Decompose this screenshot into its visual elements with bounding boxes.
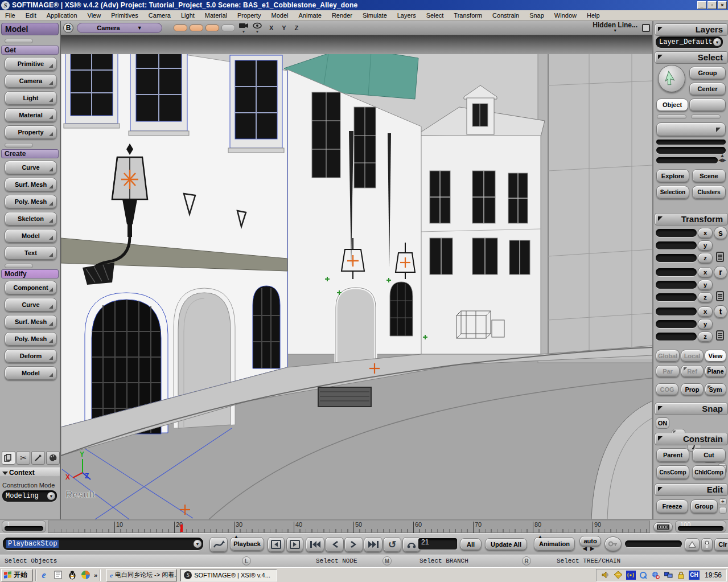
timeline-ruler[interactable]: 102030405060708090 bbox=[48, 520, 650, 533]
context-section-header[interactable]: Context bbox=[0, 468, 60, 477]
module-selector[interactable]: Model bbox=[1, 23, 59, 35]
script-command-field[interactable]: PlaybackStop ▼ bbox=[3, 538, 203, 550]
start-button[interactable]: 开始 bbox=[1, 569, 33, 581]
rotate-x-slider[interactable] bbox=[656, 268, 697, 276]
media-player-icon[interactable] bbox=[81, 571, 90, 579]
go-to-start-button[interactable] bbox=[306, 537, 324, 552]
playback-panel-button[interactable]: ▲Playback bbox=[230, 537, 264, 551]
scale-mode-button[interactable]: s bbox=[714, 227, 727, 239]
camera-viewport[interactable]: B Camera▼ ▼ ▼ X Y Z Hidden Line... ▼ bbox=[61, 21, 652, 519]
rotate-z-button[interactable]: z bbox=[698, 292, 713, 302]
section-create[interactable]: Create bbox=[1, 149, 59, 158]
interaction-curve-icon[interactable] bbox=[209, 537, 228, 552]
modify-poly-mesh-button[interactable]: Poly. Mesh bbox=[5, 332, 57, 346]
viewport-canvas[interactable]: Y X Z Result bbox=[61, 35, 652, 519]
eye-visibility-icon[interactable]: ▼ bbox=[252, 22, 262, 34]
constrain-cnscomp-button[interactable]: CnsComp bbox=[656, 465, 689, 479]
menu-camera[interactable]: Camera bbox=[143, 11, 176, 20]
edit-freeze-button[interactable]: Freeze bbox=[656, 499, 688, 513]
menu-animate[interactable]: Animate bbox=[294, 11, 327, 20]
network-icon[interactable] bbox=[664, 571, 673, 580]
scale-x-button[interactable]: x bbox=[698, 228, 713, 238]
selection-text-field[interactable] bbox=[656, 147, 726, 154]
create-skeleton-button[interactable]: Skeleton bbox=[5, 212, 57, 226]
clr-button[interactable]: Clr bbox=[714, 538, 728, 551]
selection-spin-field[interactable] bbox=[656, 157, 718, 163]
task-browser-window[interactable]: e 电白同乡论坛 -> 闲着... bbox=[106, 569, 177, 581]
auto-key-button[interactable]: auto ◀▶ bbox=[579, 536, 601, 546]
camera-icon[interactable]: ▼ bbox=[238, 22, 249, 34]
taskbar-clock[interactable]: 19:56 bbox=[705, 571, 722, 579]
playhead[interactable] bbox=[180, 524, 183, 532]
menu-primitives[interactable]: Primitives bbox=[106, 11, 143, 20]
step-forward-button[interactable] bbox=[286, 537, 303, 552]
modify-curve-button[interactable]: Curve bbox=[5, 298, 57, 312]
ref-ref-button[interactable]: Ref bbox=[681, 365, 704, 377]
scale-y-button[interactable]: y bbox=[698, 240, 713, 251]
globe-error-icon[interactable] bbox=[651, 571, 661, 580]
get-camera-button[interactable]: Camera bbox=[5, 74, 57, 88]
notepad-icon[interactable] bbox=[53, 570, 63, 580]
sym-button[interactable]: Sym bbox=[705, 383, 726, 395]
spinner-arrows-icon[interactable]: ▲◀▶ bbox=[718, 153, 726, 162]
memo-cam-1-button[interactable] bbox=[174, 24, 187, 31]
section-modify[interactable]: Modify bbox=[1, 269, 59, 278]
layers-section-header[interactable]: Layers bbox=[655, 23, 728, 36]
constrain-cut-button[interactable]: Cut bbox=[692, 448, 726, 462]
minimize-button[interactable]: _ bbox=[697, 1, 706, 9]
quick-launch-overflow-chevron[interactable]: » bbox=[94, 572, 97, 579]
rotate-z-slider[interactable] bbox=[656, 293, 697, 301]
explore-button[interactable]: Explore bbox=[656, 169, 689, 182]
broadcast-icon[interactable] bbox=[626, 571, 636, 580]
next-key-button[interactable] bbox=[344, 537, 363, 552]
get-light-button[interactable]: Light bbox=[5, 91, 57, 105]
scene-button[interactable]: Scene bbox=[692, 169, 726, 182]
translate-mode-button[interactable]: t bbox=[714, 305, 727, 318]
select-pointer-button[interactable] bbox=[658, 65, 685, 92]
create-surf-mesh-button[interactable]: Surf. Mesh bbox=[5, 178, 57, 191]
ie-icon[interactable]: e bbox=[39, 570, 49, 580]
lock-icon[interactable] bbox=[676, 571, 686, 580]
rotate-x-button[interactable]: x bbox=[698, 267, 713, 277]
ref-par-button[interactable]: Par bbox=[656, 365, 680, 377]
translate-x-slider[interactable] bbox=[656, 308, 697, 315]
palette-icon[interactable] bbox=[46, 451, 60, 465]
menu-window[interactable]: Window bbox=[549, 11, 582, 20]
menu-snap[interactable]: Snap bbox=[524, 11, 549, 20]
select-group-button[interactable]: Group bbox=[689, 67, 726, 79]
memo-cam-2-button[interactable] bbox=[190, 24, 203, 31]
transform-section-header[interactable]: Transform bbox=[655, 213, 728, 226]
qq-icon[interactable] bbox=[67, 570, 77, 580]
menu-constrain[interactable]: Constrain bbox=[487, 11, 524, 20]
quicktime-icon[interactable] bbox=[639, 571, 648, 580]
translate-x-button[interactable]: x bbox=[698, 306, 713, 317]
scale-z-slider[interactable] bbox=[656, 254, 697, 262]
viewport-resize-icon[interactable] bbox=[642, 24, 650, 32]
menu-render[interactable]: Render bbox=[327, 11, 357, 20]
keyframe-slider[interactable] bbox=[625, 540, 682, 547]
loop-button[interactable]: ↺ bbox=[383, 537, 401, 552]
edit-plus-button[interactable]: + bbox=[719, 498, 727, 505]
prop-button[interactable]: Prop bbox=[681, 383, 704, 395]
close-button[interactable]: × bbox=[718, 1, 727, 9]
previous-key-button[interactable] bbox=[325, 537, 344, 552]
go-to-end-button[interactable] bbox=[364, 537, 382, 552]
get-primitive-button[interactable]: Primitive bbox=[5, 57, 57, 71]
animation-panel-button[interactable]: ▲Animation bbox=[534, 537, 575, 551]
menu-edit[interactable]: Edit bbox=[20, 11, 42, 20]
section-get[interactable]: Get bbox=[1, 46, 59, 55]
create-model-button[interactable]: Model bbox=[5, 229, 57, 243]
start-frame-field[interactable]: 1 bbox=[2, 520, 46, 532]
select-object-button[interactable]: Object bbox=[656, 99, 688, 111]
memo-cam-4-button[interactable] bbox=[221, 24, 235, 31]
ref-plane-button[interactable]: Plane bbox=[705, 365, 726, 377]
axis-link-icon[interactable] bbox=[716, 330, 724, 341]
layer-dropdown[interactable]: Layer_Default▼ bbox=[656, 36, 723, 48]
translate-z-slider[interactable] bbox=[656, 333, 697, 341]
get-material-button[interactable]: Material bbox=[5, 108, 57, 122]
modify-deform-button[interactable]: Deform bbox=[5, 349, 57, 363]
axis-link-icon[interactable] bbox=[716, 252, 724, 262]
maximize-button[interactable]: ▫ bbox=[708, 1, 717, 9]
scale-y-slider[interactable] bbox=[656, 241, 697, 249]
volume-icon[interactable] bbox=[601, 571, 611, 580]
